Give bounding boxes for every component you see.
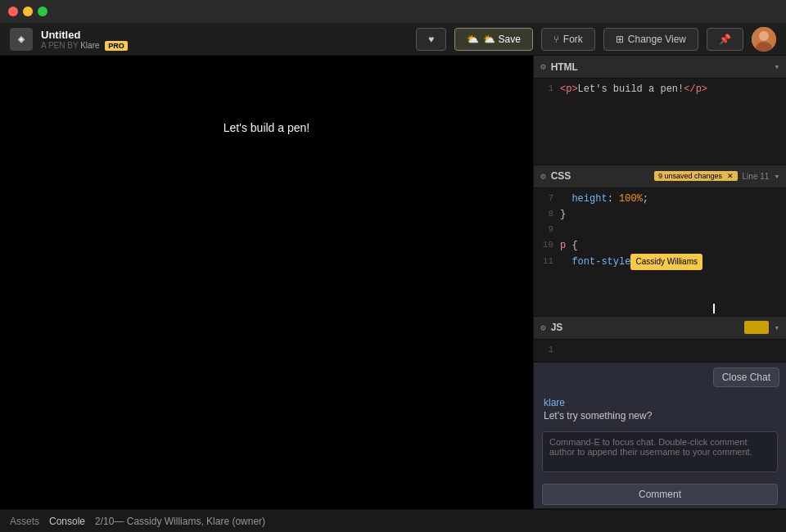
chat-username: klare [544, 397, 776, 408]
bottom-info: 2/10— Cassidy Williams, Klare (owner) [95, 516, 265, 527]
css-label: CSS [551, 170, 649, 182]
titlebar [0, 0, 786, 23]
editors-panel: ⚙ HTML ▾ 1 <p>Let's build a pen!</p> ⚙ C… [533, 56, 786, 509]
code-line: 10 p { [534, 238, 786, 254]
html-editor-header: ⚙ HTML ▾ [534, 56, 786, 79]
chat-input-area [542, 431, 778, 476]
gear-icon: ⚙ [540, 61, 546, 72]
html-label: HTML [551, 61, 770, 73]
pen-name: Untitled [41, 29, 128, 41]
unsaved-badge: 9 unsaved changes ✕ [654, 171, 738, 181]
js-editor-header: ⚙ JS ▾ [534, 317, 786, 340]
change-view-button[interactable]: ⊞ Change View [603, 28, 698, 51]
assets-tab[interactable]: Assets [10, 516, 39, 527]
js-editor: ⚙ JS ▾ 1 Close Chat klare Let's t [534, 317, 786, 509]
js-label: JS [551, 322, 643, 333]
avatar [752, 27, 776, 52]
chat-message-text: Let's try something new? [544, 410, 776, 422]
collab-cursor: Cassidy Williams [630, 270, 715, 316]
view-icon: ⊞ [616, 34, 624, 45]
code-line: 1 [534, 343, 786, 358]
js-chevron-icon[interactable]: ▾ [774, 322, 779, 333]
css-chevron-icon[interactable]: ▾ [774, 171, 779, 182]
css-editor: ⚙ CSS 9 unsaved changes ✕ Line 11 ▾ 7 he… [534, 165, 786, 317]
close-button[interactable] [8, 7, 18, 16]
logo-icon: ◈ [10, 28, 33, 51]
save-button[interactable]: ⛅ ⛅ Save [454, 28, 533, 51]
minimize-button[interactable] [23, 7, 33, 16]
js-editor-content[interactable]: 1 [534, 340, 786, 362]
chat-message: klare Let's try something new? [534, 392, 786, 426]
fork-icon: ⑂ [553, 34, 559, 45]
chat-panel: Close Chat klare Let's try something new… [534, 362, 786, 508]
pen-author: A PEN BY Klare PRO [41, 41, 128, 50]
code-line: 9 [534, 223, 786, 238]
topbar: ◈ Untitled A PEN BY Klare PRO ♥ ⛅ ⛅ Save… [0, 23, 786, 56]
bottombar: Assets Console 2/10— Cassidy Williams, K… [0, 509, 786, 532]
html-chevron-icon[interactable]: ▾ [774, 61, 779, 72]
text-cursor [713, 304, 715, 313]
html-editor-content[interactable]: 1 <p>Let's build a pen!</p> [534, 79, 786, 165]
code-line: 11 font-style: Cassidy Williams [534, 255, 786, 316]
preview-content: Let's build a pen! [224, 121, 309, 134]
svg-point-1 [759, 31, 769, 41]
main-area: Let's build a pen! ⚙ HTML ▾ 1 <p>Let's b… [0, 56, 786, 509]
js-gear-icon: ⚙ [540, 322, 546, 333]
pro-badge: PRO [105, 41, 128, 51]
html-editor: ⚙ HTML ▾ 1 <p>Let's build a pen!</p> [534, 56, 786, 165]
code-line: 1 <p>Let's build a pen!</p> [534, 82, 786, 97]
css-editor-content[interactable]: 7 height: 100%; 8 } 9 10 p { 11 [534, 188, 786, 316]
like-button[interactable]: ♥ [416, 28, 446, 51]
console-tab[interactable]: Console [49, 516, 85, 527]
fork-button[interactable]: ⑂ Fork [541, 28, 595, 51]
collab-tooltip: Cassidy Williams [630, 254, 702, 270]
maximize-button[interactable] [38, 7, 47, 16]
code-line: 7 height: 100%; [534, 192, 786, 207]
preview-panel: Let's build a pen! [0, 56, 533, 509]
pin-button[interactable]: 📌 [707, 28, 743, 51]
close-badge-button[interactable]: ✕ [727, 172, 734, 180]
css-editor-header: ⚙ CSS 9 unsaved changes ✕ Line 11 ▾ [534, 165, 786, 188]
close-chat-button[interactable]: Close Chat [713, 367, 779, 387]
chat-input[interactable] [542, 431, 778, 472]
pen-title: Untitled A PEN BY Klare PRO [41, 29, 128, 50]
comment-button[interactable]: Comment [542, 484, 778, 505]
line-info: Line 11 [743, 172, 770, 181]
css-gear-icon: ⚙ [540, 171, 546, 182]
chat-header: Close Chat [534, 363, 786, 392]
code-line: 8 } [534, 207, 786, 223]
cloud-icon: ⛅ [467, 34, 479, 45]
